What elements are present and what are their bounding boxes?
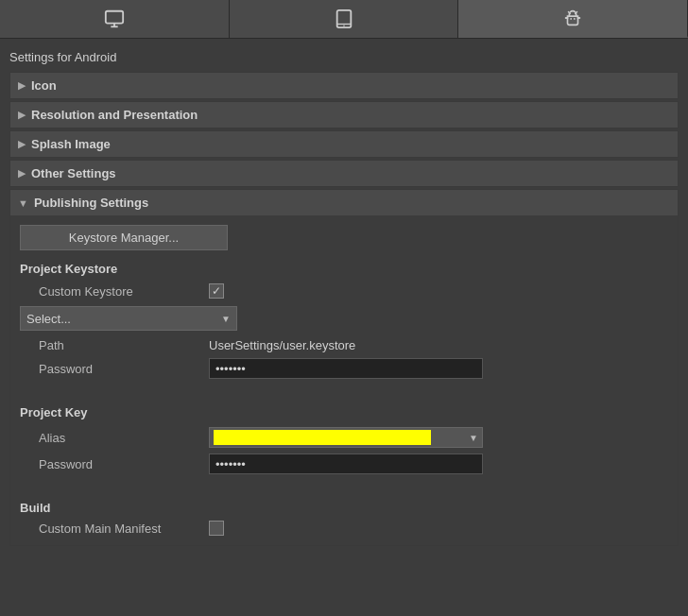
svg-point-5 <box>343 26 344 26</box>
svg-rect-3 <box>336 10 351 27</box>
publishing-header[interactable]: ▼ Publishing Settings <box>10 190 678 215</box>
keystore-password-row: Password <box>20 358 668 379</box>
section-icon[interactable]: ▶ Icon <box>9 72 679 99</box>
settings-content: Settings for Android ▶ Icon ▶ Resolution… <box>0 39 688 616</box>
section-other[interactable]: ▶ Other Settings <box>9 160 679 187</box>
publishing-label: Publishing Settings <box>34 196 148 210</box>
keystore-select-row: Select... ▼ <box>20 306 668 331</box>
publishing-arrow: ▼ <box>18 197 28 209</box>
monitor-icon <box>104 9 125 29</box>
tab-android[interactable] <box>458 0 688 38</box>
section-resolution[interactable]: ▶ Resolution and Presentation <box>9 101 679 128</box>
tab-bar <box>0 0 688 39</box>
build-label: Build <box>20 501 668 515</box>
section-splash-label: Splash Image <box>31 137 111 151</box>
tab-tablet[interactable] <box>230 0 459 38</box>
key-password-label: Password <box>39 457 209 471</box>
keystore-password-label: Password <box>39 362 209 376</box>
key-password-row: Password <box>20 453 668 474</box>
project-keystore-label: Project Keystore <box>20 262 668 276</box>
android-icon <box>562 8 583 28</box>
svg-point-11 <box>574 18 576 20</box>
custom-keystore-checkbox[interactable] <box>209 283 224 299</box>
publishing-body: Keystore Manager... Project Keystore Cus… <box>10 215 678 545</box>
select-arrow-icon: ▼ <box>221 314 231 324</box>
key-password-input[interactable] <box>209 453 483 474</box>
section-other-arrow: ▶ <box>18 167 26 180</box>
project-key-section: Project Key Alias ▼ Password <box>20 405 668 474</box>
settings-title: Settings for Android <box>9 46 679 72</box>
tab-desktop[interactable] <box>0 0 230 38</box>
custom-manifest-row: Custom Main Manifest <box>20 521 668 536</box>
alias-label: Alias <box>39 431 209 445</box>
custom-keystore-label: Custom Keystore <box>39 284 209 299</box>
custom-keystore-row: Custom Keystore <box>20 283 668 299</box>
alias-fill <box>214 430 431 445</box>
select-placeholder: Select... <box>26 312 71 326</box>
keystore-manager-button[interactable]: Keystore Manager... <box>20 225 228 250</box>
section-icon-arrow: ▶ <box>18 79 26 92</box>
section-resolution-arrow: ▶ <box>18 109 26 121</box>
custom-manifest-label: Custom Main Manifest <box>39 522 209 536</box>
custom-manifest-checkbox[interactable] <box>209 521 224 536</box>
section-splash-arrow: ▶ <box>18 138 26 150</box>
svg-rect-0 <box>106 11 123 24</box>
project-key-label: Project Key <box>20 405 668 419</box>
alias-dropdown[interactable]: ▼ <box>209 427 483 448</box>
section-splash[interactable]: ▶ Splash Image <box>9 130 679 158</box>
svg-point-10 <box>570 18 572 20</box>
path-row: Path UserSettings/user.keystore <box>20 338 668 352</box>
section-publishing: ▼ Publishing Settings Keystore Manager..… <box>9 189 679 546</box>
alias-row: Alias ▼ <box>20 427 668 448</box>
build-section: Build Custom Main Manifest <box>20 501 668 536</box>
path-value: UserSettings/user.keystore <box>209 338 355 352</box>
section-other-label: Other Settings <box>31 166 116 180</box>
keystore-select-dropdown[interactable]: Select... ▼ <box>20 306 237 331</box>
keystore-password-input[interactable] <box>209 358 483 379</box>
section-resolution-label: Resolution and Presentation <box>31 108 198 122</box>
tablet-icon <box>334 9 354 29</box>
alias-dropdown-arrow-icon: ▼ <box>469 433 478 443</box>
section-icon-label: Icon <box>31 78 57 93</box>
path-label: Path <box>39 338 209 352</box>
